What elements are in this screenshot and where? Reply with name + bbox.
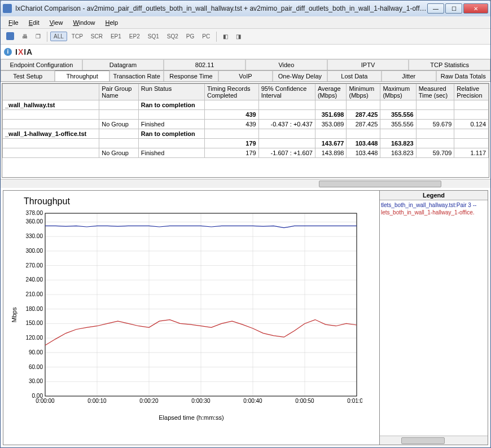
cell [347,100,380,110]
svg-text:330.00: 330.00 [25,233,43,239]
filter-scr-button[interactable]: SCR [87,32,106,41]
table-row[interactable]: 179143.677103.448163.823 [3,139,489,148]
cell: 103.448 [347,148,380,158]
tool-extra1-button[interactable]: ◧ [220,32,231,41]
cell [258,129,315,139]
cell [204,100,258,110]
y-axis-label: Mbps [11,308,17,323]
print-button[interactable]: 🖶 [19,32,31,41]
menu-view[interactable]: View [45,18,68,27]
table-row[interactable]: 439351.698287.425355.556 [3,110,489,120]
tab-raw-data-totals[interactable]: Raw Data Totals [436,71,490,81]
filter-ep2-button[interactable]: EP2 [126,32,143,41]
cell: 0.124 [454,120,489,129]
tab-response-time[interactable]: Response Time [164,71,218,81]
column-header[interactable]: Maximum(Mbps) [380,84,416,100]
svg-text:0:00:50: 0:00:50 [295,398,314,404]
column-header[interactable]: Average(Mbps) [315,84,347,100]
cell: 179 [204,148,258,158]
tab-datagram[interactable]: Datagram [82,59,164,70]
minimize-button[interactable]: — [427,3,444,14]
tab-voip[interactable]: VoIP [218,71,273,81]
filter-pg-button[interactable]: PG [183,32,198,41]
cell [454,129,489,139]
svg-text:0:00:30: 0:00:30 [191,398,211,404]
tab-iptv[interactable]: IPTV [327,59,409,70]
cell [347,129,380,139]
close-button[interactable]: ✕ [463,3,488,14]
legend-hscrollbar[interactable] [380,436,488,445]
column-header[interactable]: Timing RecordsCompleted [204,84,258,100]
legend-item[interactable]: tlets_both_in_wall_hallway.tst:Pair 3 -- [381,201,486,209]
cell: _wall_hallway.tst [3,100,99,110]
column-header[interactable] [3,84,99,100]
filter-tcp-button[interactable]: TCP [68,32,86,41]
menu-edit[interactable]: Edit [24,18,44,27]
cell [315,100,347,110]
svg-text:300.00: 300.00 [25,248,43,254]
tabs-top: Endpoint ConfigurationDatagram802.11Vide… [1,59,490,71]
cell: Ran to completion [138,100,204,110]
maximize-button[interactable]: ☐ [445,3,462,14]
cell: 355.556 [380,110,416,120]
column-header[interactable]: RelativePrecision [454,84,489,100]
info-icon[interactable]: i [4,48,12,56]
grid-hscrollbar[interactable] [1,179,490,188]
cell: 179 [204,139,258,148]
tab-tcp-statistics[interactable]: TCP Statistics [409,59,490,70]
cell [416,100,454,110]
cell [258,100,315,110]
scrollbar-thumb[interactable] [401,437,444,444]
svg-text:0:00:40: 0:00:40 [243,398,262,404]
tab-endpoint-configuration[interactable]: Endpoint Configuration [1,59,82,70]
tab-video[interactable]: Video [246,59,327,70]
titlebar[interactable]: IxChariot Comparison - av2mimo_pair_diff… [1,1,490,16]
column-header[interactable]: MeasuredTime (sec) [416,84,454,100]
toolbar: 🖶 ❐ ALL TCP SCR EP1 EP2 SQ1 SQ2 PG PC ◧ … [1,29,490,45]
cell [380,129,416,139]
cell [416,110,454,120]
filter-all-button[interactable]: ALL [50,32,67,41]
menu-help[interactable]: Help [101,18,123,27]
tab-802.11[interactable]: 802.11 [164,59,246,70]
cell: 103.448 [347,139,380,148]
filter-pc-button[interactable]: PC [199,32,213,41]
tab-one-way-delay[interactable]: One-Way Delay [273,71,327,81]
results-grid[interactable]: Pair GroupNameRun StatusTiming RecordsCo… [2,83,489,178]
svg-text:0:00:10: 0:00:10 [87,398,107,404]
menu-window[interactable]: Window [68,18,99,27]
cell: 287.425 [347,120,380,129]
menu-file[interactable]: File [4,18,23,27]
cell: 1.117 [454,148,489,158]
column-header[interactable]: Run Status [138,84,204,100]
filter-sq1-button[interactable]: SQ1 [144,32,163,41]
table-row[interactable]: No GroupFinished179-1.607 : +1.607143.89… [3,148,489,158]
cell: 439 [204,120,258,129]
copy-button[interactable]: ❐ [32,32,44,41]
scrollbar-thumb[interactable] [319,181,441,187]
save-button[interactable] [3,30,17,43]
legend-item[interactable]: lets_both_in_wall_1-hallway_1-office. [381,209,486,216]
tab-throughput[interactable]: Throughput [55,71,109,81]
cell [258,139,315,148]
svg-text:0:00:00: 0:00:00 [36,398,55,404]
table-row[interactable]: _wall_hallway.tstRan to completion [3,100,489,110]
cell [204,129,258,139]
column-header[interactable]: 95% ConfidenceInterval [258,84,315,100]
cell [138,110,204,120]
svg-text:210.00: 210.00 [25,291,43,297]
cell [454,100,489,110]
column-header[interactable]: Minimum(Mbps) [347,84,380,100]
tab-test-setup[interactable]: Test Setup [1,71,55,81]
tab-transaction-rate[interactable]: Transaction Rate [109,71,164,81]
tab-jitter[interactable]: Jitter [382,71,436,81]
cell [99,100,138,110]
tool-extra2-button[interactable]: ◨ [233,32,244,41]
table-row[interactable]: No GroupFinished439-0.437 : +0.437353.08… [3,120,489,129]
cell [3,139,99,148]
tab-lost-data[interactable]: Lost Data [327,71,382,81]
filter-sq2-button[interactable]: SQ2 [164,32,182,41]
column-header[interactable]: Pair GroupName [99,84,138,100]
filter-ep1-button[interactable]: EP1 [107,32,125,41]
table-row[interactable]: _wall_1-hallway_1-office.tstRan to compl… [3,129,489,139]
